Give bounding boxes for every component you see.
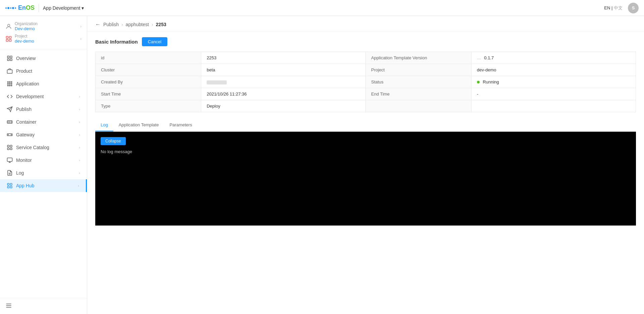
- svg-rect-9: [7, 70, 12, 73]
- type-label: Type: [96, 100, 201, 112]
- created-by-blurred: [207, 80, 227, 84]
- project-label: Project: [15, 34, 80, 39]
- app-selector[interactable]: App Development ▾: [43, 5, 84, 11]
- svg-point-26: [8, 134, 9, 135]
- cluster-label: Cluster: [96, 64, 201, 76]
- breadcrumb-publish[interactable]: Publish: [103, 22, 119, 27]
- svg-point-17: [9, 85, 10, 86]
- development-arrow: ›: [79, 95, 80, 99]
- content-area: Basic Information Cancel id 2253 Applica…: [87, 32, 644, 231]
- project-row[interactable]: Project dev-demo ›: [5, 33, 82, 45]
- svg-point-0: [8, 24, 10, 26]
- sidebar-item-development[interactable]: Development ›: [0, 90, 87, 103]
- app-hub-arrow: ›: [78, 184, 79, 188]
- log-label: Log: [16, 170, 75, 176]
- lang-zh[interactable]: 中文: [614, 5, 623, 10]
- svg-rect-4: [9, 39, 11, 41]
- svg-point-15: [11, 83, 12, 84]
- cancel-button[interactable]: Cancel: [142, 37, 167, 46]
- svg-rect-3: [6, 39, 8, 41]
- topbar-left: EnOS App Development ▾: [5, 4, 84, 12]
- sidebar-item-product[interactable]: Product: [0, 65, 87, 77]
- overview-label: Overview: [16, 56, 80, 61]
- section-header: Basic Information Cancel: [95, 37, 636, 46]
- svg-point-10: [7, 81, 8, 82]
- org-icon: [5, 23, 12, 30]
- lang-en[interactable]: EN: [604, 5, 610, 10]
- org-chevron: ›: [80, 24, 82, 29]
- log-arrow: ›: [79, 171, 80, 175]
- org-value: Dev-demo: [15, 26, 80, 31]
- status-text: Running: [483, 79, 499, 84]
- sidebar-item-overview[interactable]: Overview: [0, 52, 87, 65]
- end-time-label: End Time: [366, 88, 471, 100]
- breadcrumb-sep-2: ›: [152, 22, 153, 27]
- logo: EnOS: [5, 4, 35, 11]
- container-label: Container: [16, 119, 75, 125]
- sidebar: Organization Dev-demo › Project dev-demo…: [0, 16, 87, 314]
- svg-rect-2: [9, 36, 11, 38]
- log-message: No log message: [101, 149, 631, 154]
- topbar-right: EN | 中文 S: [604, 3, 639, 13]
- svg-point-12: [11, 81, 12, 82]
- table-row: Created By Status Running: [96, 76, 636, 88]
- breadcrumb-id: 2253: [156, 22, 166, 27]
- logo-dot-3: [10, 7, 11, 9]
- lang-sep: |: [611, 5, 612, 10]
- application-icon: [7, 81, 13, 87]
- collapse-button[interactable]: Collapse: [101, 137, 126, 145]
- lang-switch: EN | 中文: [604, 5, 623, 11]
- org-row[interactable]: Organization Dev-demo ›: [5, 20, 82, 33]
- project-value: dev-demo: [15, 39, 80, 44]
- created-by-value: [201, 76, 366, 88]
- svg-rect-32: [10, 148, 12, 150]
- svg-rect-29: [7, 145, 9, 147]
- type-right-label: [366, 100, 471, 112]
- version-badge: [477, 59, 481, 59]
- monitor-label: Monitor: [16, 158, 75, 163]
- sidebar-item-application[interactable]: Application: [0, 77, 87, 90]
- svg-rect-38: [7, 183, 9, 185]
- status-dot: [477, 81, 480, 83]
- sidebar-item-service-catalog[interactable]: Service Catalog ›: [0, 141, 87, 154]
- container-icon: [7, 119, 13, 125]
- cluster-value: beta: [201, 64, 366, 76]
- sidebar-bottom[interactable]: [0, 298, 87, 314]
- publish-icon: [7, 106, 13, 112]
- tab-parameters[interactable]: Parameters: [164, 119, 197, 131]
- sidebar-item-gateway[interactable]: Gateway ›: [0, 128, 87, 141]
- app-name: App Development: [43, 5, 80, 11]
- breadcrumb-apphubtest[interactable]: apphubtest: [126, 22, 149, 27]
- table-row: Type Deploy: [96, 100, 636, 112]
- sidebar-item-app-hub[interactable]: App Hub ›: [0, 179, 87, 192]
- overview-icon: [7, 55, 13, 61]
- svg-rect-30: [10, 145, 12, 147]
- org-label: Organization: [15, 21, 80, 26]
- user-avatar[interactable]: S: [628, 3, 639, 13]
- svg-rect-33: [7, 158, 12, 162]
- org-info: Organization Dev-demo: [15, 21, 80, 31]
- svg-point-16: [7, 85, 8, 86]
- publish-arrow: ›: [79, 107, 80, 111]
- logo-dots: [5, 7, 16, 9]
- end-time-value: -: [471, 88, 636, 100]
- sidebar-item-publish[interactable]: Publish ›: [0, 103, 87, 116]
- project-icon: [5, 36, 12, 42]
- sidebar-item-monitor[interactable]: Monitor ›: [0, 154, 87, 167]
- monitor-arrow: ›: [79, 158, 80, 162]
- product-icon: [7, 68, 13, 74]
- back-button[interactable]: ←: [95, 21, 101, 27]
- tab-application-template[interactable]: Application Template: [113, 119, 164, 131]
- svg-rect-5: [7, 56, 9, 58]
- sidebar-item-log[interactable]: Log ›: [0, 167, 87, 179]
- svg-point-18: [11, 85, 12, 86]
- service-catalog-icon: [7, 144, 13, 150]
- breadcrumb-sep-1: ›: [121, 22, 123, 27]
- sidebar-nav: Overview Product Application Development…: [0, 49, 87, 298]
- sidebar-item-container[interactable]: Container ›: [0, 116, 87, 128]
- container-arrow: ›: [79, 120, 80, 124]
- project-label: Project: [366, 64, 471, 76]
- tab-log[interactable]: Log: [95, 119, 113, 131]
- info-table: id 2253 Application Template Version 0.1…: [95, 52, 636, 112]
- logo-dot-1: [5, 7, 7, 9]
